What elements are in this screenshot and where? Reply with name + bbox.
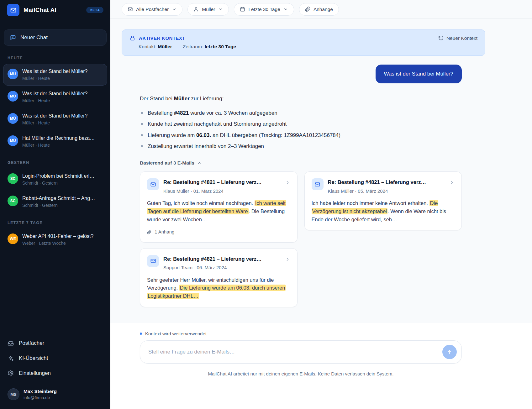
chat-history-item[interactable]: MÜ Was ist der Stand bei Müller? Müller … xyxy=(3,64,107,86)
new-context-button[interactable]: Neuer Kontext xyxy=(438,35,477,41)
sources-toggle[interactable]: Basierend auf 3 E-Mails xyxy=(140,159,462,166)
app-name: MailChat AI xyxy=(24,7,56,13)
assistant-intro: Der Stand bei Müller zur Lieferung: xyxy=(140,95,462,103)
context-period: Zeitraum: letzte 30 Tage xyxy=(183,44,236,50)
context-reuse-note: Kontext wird weiterverwendet xyxy=(140,331,462,336)
bullet-dot xyxy=(141,134,143,136)
send-button[interactable] xyxy=(442,345,457,359)
main-area: Alle Postfächer Müller Letzte 30 Tage An… xyxy=(110,0,532,409)
chevron-down-icon xyxy=(172,7,176,12)
new-context-label: Neuer Kontext xyxy=(446,35,477,41)
bullet-text: Lieferung wurde am 06.03. an DHL übergeb… xyxy=(148,131,340,139)
source-emails-grid: Re: Bestellung #4821 – Lieferung verz… K… xyxy=(140,171,462,307)
context-banner-title: AKTIVER KONTEXT xyxy=(139,35,185,41)
filter-bar: Alle Postfächer Müller Letzte 30 Tage An… xyxy=(110,0,532,19)
email-card[interactable]: Re: Bestellung #4821 – Lieferung verz… S… xyxy=(140,248,298,307)
filter-chip[interactable]: Alle Postfächer xyxy=(122,3,182,16)
chat-subtitle: Schmidt · Gestern xyxy=(22,181,94,186)
gear-icon xyxy=(8,370,14,376)
chat-title: Rabatt-Anfrage Schmidt – Ang… xyxy=(22,196,95,201)
chat-history-item[interactable]: WE Weber API 401-Fehler – gelöst? Weber … xyxy=(3,229,107,250)
undo-icon xyxy=(438,35,444,41)
filter-chip[interactable]: Anhänge xyxy=(299,3,339,16)
mail-icon xyxy=(128,7,133,12)
contact-avatar: SC xyxy=(8,173,18,184)
chat-history-item[interactable]: MÜ Was ist der Stand bei Müller? Müller … xyxy=(3,108,107,130)
person-icon xyxy=(193,7,199,12)
bullet-dot xyxy=(141,123,143,125)
bullet-text: Zustellung erwartet innerhalb von 2–3 We… xyxy=(148,142,264,150)
composer: Kontext wird weiterverwendet MailChat AI… xyxy=(110,323,532,409)
mail-icon xyxy=(10,7,17,13)
sparkles-icon xyxy=(8,355,14,361)
mail-icon-badge xyxy=(147,178,159,190)
bullet-dot xyxy=(141,112,143,114)
chat-title: Hat Müller die Rechnung beza… xyxy=(22,135,95,141)
filter-chip[interactable]: Müller xyxy=(187,3,229,16)
email-preview: Ich habe leider noch immer keine Antwort… xyxy=(312,199,455,223)
chat-history-item[interactable]: SC Rabatt-Anfrage Schmidt – Ang… Schmidt… xyxy=(3,191,107,212)
sidebar-nav-label: Postfächer xyxy=(19,340,44,346)
chat-history-item[interactable]: MÜ Was ist der Stand bei Müller? Müller … xyxy=(3,86,107,108)
context-contact-label: Kontakt: xyxy=(139,44,156,49)
chat-title: Was ist der Stand bei Müller? xyxy=(22,113,87,119)
beta-badge: BETA xyxy=(86,7,103,13)
context-period-label: Zeitraum: xyxy=(183,44,203,49)
paperclip-icon xyxy=(147,230,152,234)
chat-history-item[interactable]: SC Login-Problem bei Schmidt erl… Schmid… xyxy=(3,169,107,190)
active-context-banner: AKTIVER KONTEXT Neuer Kontext Kontakt: M… xyxy=(122,29,485,56)
sidebar-nav-label: KI-Übersicht xyxy=(19,355,48,361)
user-profile[interactable]: MS Max Steinberg info@firma.de xyxy=(0,382,110,409)
mail-icon-badge xyxy=(312,178,324,190)
contact-avatar: MÜ xyxy=(8,91,18,102)
message-input[interactable] xyxy=(148,349,439,355)
user-name: Max Steinberg xyxy=(24,389,57,394)
chat-history-item[interactable]: MÜ Hat Müller die Rechnung beza… Müller … xyxy=(3,131,107,152)
assistant-bullet: Bestellung #4821 wurde vor ca. 3 Wochen … xyxy=(140,109,462,117)
email-meta: Support Team · 06. März 2024 xyxy=(163,264,278,271)
new-chat-label: Neuer Chat xyxy=(20,34,48,41)
sidebar-nav-item[interactable]: KI-Übersicht xyxy=(8,351,103,366)
chat-title: Was ist der Stand bei Müller? xyxy=(22,91,87,97)
mail-icon-badge xyxy=(147,255,159,267)
sidebar-nav-label: Einstellungen xyxy=(19,370,51,376)
filter-chip[interactable]: Letzte 30 Tage xyxy=(234,3,294,16)
chevron-right-icon[interactable] xyxy=(285,180,290,185)
chevron-up-icon xyxy=(197,160,202,165)
assistant-bullet: Kunde hat zweimal nachgehakt und Stornie… xyxy=(140,120,462,128)
inbox-icon xyxy=(8,340,14,346)
context-reuse-label: Kontext wird weiterverwendet xyxy=(145,331,207,336)
chevron-right-icon[interactable] xyxy=(285,257,290,262)
sidebar-nav-item[interactable]: Einstellungen xyxy=(8,366,103,381)
new-chat-button[interactable]: Neuer Chat xyxy=(4,29,107,46)
chevron-right-icon[interactable] xyxy=(449,180,455,185)
sidebar-section: LETZTE 7 TAGE WE Weber API 401-Fehler – … xyxy=(0,213,110,250)
mail-icon xyxy=(314,181,320,187)
contact-avatar: SC xyxy=(8,196,18,206)
sidebar-section-label: GESTERN xyxy=(0,153,110,168)
email-subject: Re: Bestellung #4821 – Lieferung verz… xyxy=(163,255,278,263)
chevron-down-icon xyxy=(218,7,223,12)
email-card[interactable]: Re: Bestellung #4821 – Lieferung verz… K… xyxy=(304,171,462,230)
sidebar-nav-item[interactable]: Postfächer xyxy=(8,336,103,351)
bullet-text: Bestellung #4821 wurde vor ca. 3 Wochen … xyxy=(148,109,277,117)
bullet-text: Kunde hat zweimal nachgehakt und Stornie… xyxy=(148,120,287,128)
email-card[interactable]: Re: Bestellung #4821 – Lieferung verz… K… xyxy=(140,171,298,242)
email-preview: Sehr geehrter Herr Müller, wir entschuld… xyxy=(147,276,290,300)
mail-icon xyxy=(150,181,156,187)
chat-history: HEUTE MÜ Was ist der Stand bei Müller? M… xyxy=(0,48,110,251)
email-meta: Klaus Müller · 05. März 2024 xyxy=(328,188,443,195)
calendar-icon xyxy=(240,7,245,12)
email-attachment: 1 Anhang xyxy=(147,228,290,236)
chat-subtitle: Müller · Heute xyxy=(22,76,87,81)
chat-title: Was ist der Stand bei Müller? xyxy=(22,69,87,74)
user-message-bubble: Was ist der Stand bei Müller? xyxy=(376,65,462,83)
sidebar: MailChat AI BETA Neuer Chat HEUTE MÜ Was… xyxy=(0,0,110,409)
filter-chip-label: Anhänge xyxy=(313,7,333,12)
filter-chip-label: Müller xyxy=(202,7,215,12)
sidebar-section: HEUTE MÜ Was ist der Stand bei Müller? M… xyxy=(0,48,110,152)
context-contact-value: Müller xyxy=(158,44,172,49)
attachment-label: 1 Anhang xyxy=(155,228,174,236)
bullet-dot xyxy=(141,145,143,147)
lock-icon xyxy=(129,35,135,41)
